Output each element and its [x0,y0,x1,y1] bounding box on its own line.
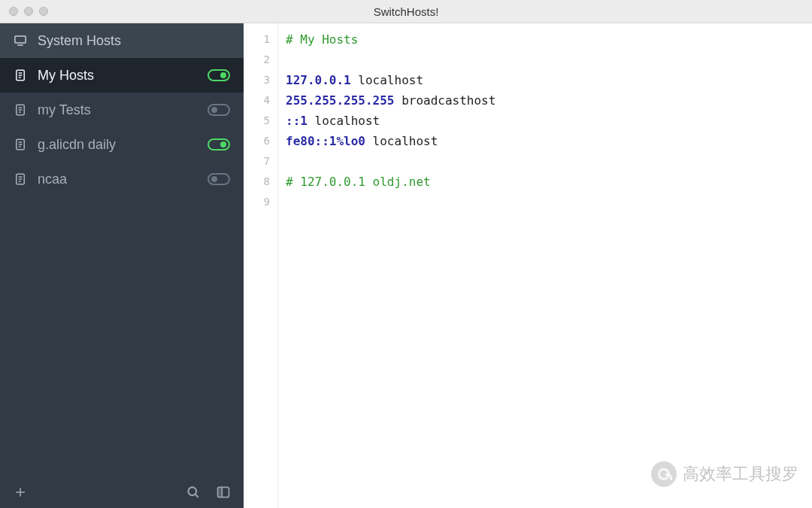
host-token: localhost [308,114,380,128]
svg-point-20 [188,487,196,495]
window-controls [0,7,48,16]
add-host-button[interactable] [11,482,30,502]
host-token: localhost [365,134,438,148]
sidebar-item-label: System Hosts [38,33,230,49]
sidebar-item-my-tests[interactable]: my Tests [0,93,244,127]
sidebar-item-g-alicdn-daily[interactable]: g.alicdn daily [0,127,244,162]
code-line[interactable]: 255.255.255.255 broadcasthost [286,90,804,111]
code-line[interactable] [286,151,804,172]
window-title: SwitchHosts! [0,5,812,18]
comment-token: # 127.0.0.1 oldj.net [286,175,431,189]
host-token: broadcasthost [395,93,496,108]
ip-token: fe80::1%lo0 [286,134,365,148]
code-line[interactable]: ::1 localhost [286,111,804,131]
sidebar-bottombar [0,476,244,508]
toggle-knob [220,141,226,148]
app-window: SwitchHosts! System HostsMy Hostsmy Test… [0,0,812,508]
sidebar-items: System HostsMy Hostsmy Testsg.alicdn dai… [0,23,244,476]
search-button[interactable] [183,482,203,502]
titlebar: SwitchHosts! [0,0,812,23]
monitor-icon [14,34,27,47]
sidebar-item-ncaa[interactable]: ncaa [0,162,244,196]
close-window-button[interactable] [9,7,18,16]
editor[interactable]: 123456789 # My Hosts 127.0.0.1 localhost… [244,23,812,508]
code-line[interactable]: 127.0.0.1 localhost [286,70,804,90]
line-number: 6 [244,131,277,151]
toggle-knob [211,107,217,113]
search-icon [186,485,201,500]
app-body: System HostsMy Hostsmy Testsg.alicdn dai… [0,23,812,508]
sidebar-item-system-hosts[interactable]: System Hosts [0,23,244,58]
sidebar-item-label: my Tests [38,102,208,118]
sidebar-item-label: My Hosts [38,68,208,84]
host-toggle[interactable] [208,69,230,81]
host-toggle[interactable] [208,104,230,116]
line-number-gutter: 123456789 [244,23,278,508]
line-number: 3 [244,70,277,90]
svg-rect-24 [218,487,223,497]
file-icon [14,103,27,117]
host-toggle[interactable] [208,173,230,185]
line-number: 2 [244,50,277,70]
panel-toggle-button[interactable] [214,482,233,502]
code-line[interactable] [286,50,804,70]
ip-token: 127.0.0.1 [286,73,351,87]
line-number: 9 [244,192,277,212]
zoom-window-button[interactable] [39,7,48,16]
host-toggle[interactable] [208,138,230,151]
panel-icon [216,485,231,500]
line-number: 5 [244,111,277,131]
comment-token: # My Hosts [286,32,358,47]
toggle-knob [211,176,217,182]
code-line[interactable]: # 127.0.0.1 oldj.net [286,172,804,192]
sidebar-item-label: ncaa [38,172,208,187]
line-number: 8 [244,172,277,192]
code-line[interactable]: fe80::1%lo0 localhost [286,131,804,151]
line-number: 7 [244,151,277,172]
file-icon [14,172,27,186]
line-number: 4 [244,90,277,111]
ip-token: 255.255.255.255 [286,93,395,108]
sidebar: System HostsMy Hostsmy Testsg.alicdn dai… [0,23,244,508]
ip-token: ::1 [286,114,308,128]
sidebar-item-my-hosts[interactable]: My Hosts [0,58,244,93]
line-number: 1 [244,29,277,50]
code-area[interactable]: # My Hosts 127.0.0.1 localhost255.255.25… [278,23,812,508]
svg-rect-0 [15,36,26,43]
code-line[interactable]: # My Hosts [286,29,804,50]
minimize-window-button[interactable] [24,7,33,16]
sidebar-item-label: g.alicdn daily [38,137,208,153]
plus-icon [13,485,28,500]
code-line[interactable] [286,192,804,212]
file-icon [14,68,27,82]
host-token: localhost [351,73,423,87]
svg-line-21 [195,494,198,497]
toggle-knob [220,72,226,78]
file-icon [14,138,27,151]
